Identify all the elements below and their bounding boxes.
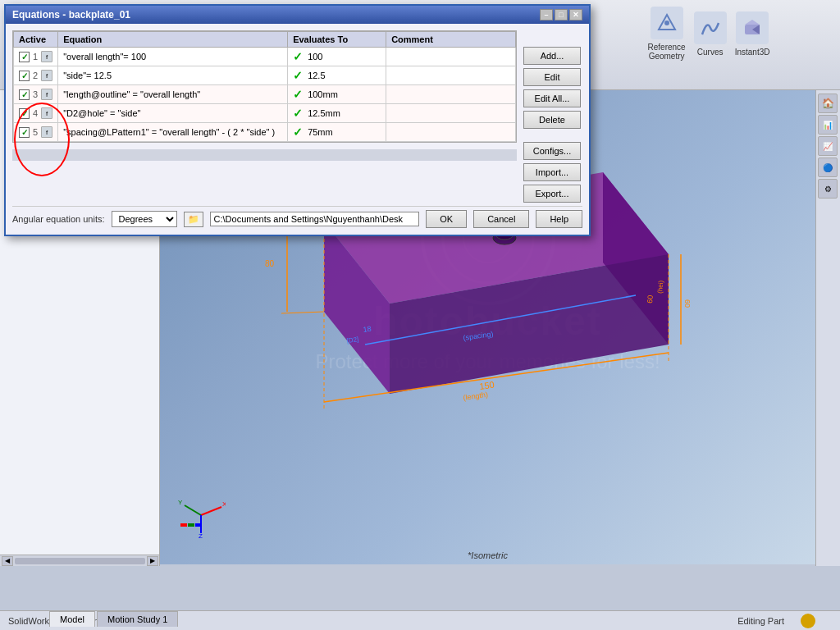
restore-button[interactable]: □ bbox=[555, 9, 568, 21]
eq-icon-2: f bbox=[41, 70, 52, 81]
col-evaluates-to: Evaluates To bbox=[288, 32, 386, 48]
checkbox-1[interactable]: ✓ bbox=[19, 52, 30, 62]
comment-cell-2 bbox=[386, 66, 516, 85]
dialog-content: Active Equation Evaluates To Comment bbox=[6, 24, 589, 235]
right-panel-icon-5[interactable]: ⚙ bbox=[818, 179, 838, 199]
row-num-1: 1 bbox=[33, 52, 38, 62]
dialog-right-buttons: Add... Edit Edit All... Delete Configs..… bbox=[517, 30, 582, 203]
angular-label: Angular equation units: bbox=[12, 214, 105, 224]
checkbox-2[interactable]: ✓ bbox=[19, 71, 30, 81]
checkbox-5[interactable]: ✓ bbox=[19, 127, 30, 138]
eq-icon-3: f bbox=[41, 89, 52, 100]
status-tabs: Model Motion Study 1 bbox=[49, 611, 178, 627]
edit-all-button[interactable]: Edit All... bbox=[523, 89, 581, 107]
cancel-button[interactable]: Cancel bbox=[473, 210, 529, 228]
eval-value-3: 100mm bbox=[308, 89, 338, 99]
comment-cell-4 bbox=[386, 104, 516, 123]
row-num-5: 5 bbox=[33, 127, 38, 137]
close-button[interactable]: ✕ bbox=[569, 9, 582, 21]
svg-text:60: 60 bbox=[683, 299, 692, 308]
minimize-button[interactable]: – bbox=[540, 9, 553, 21]
svg-text:(length): (length) bbox=[463, 390, 489, 402]
checkbox-3[interactable]: ✓ bbox=[19, 89, 30, 100]
table-row[interactable]: ✓ 4 f "D2@hole" = "side" bbox=[14, 104, 516, 123]
right-panel-icon-1[interactable]: 🏠 bbox=[818, 94, 838, 113]
file-path-input[interactable] bbox=[210, 212, 420, 226]
dialog-title: Equations - backplate_01 bbox=[12, 9, 130, 21]
tab-motion-study[interactable]: Motion Study 1 bbox=[97, 611, 178, 627]
dialog-bottom-bar: Angular equation units: Degrees Radians … bbox=[12, 206, 582, 228]
table-row[interactable]: ✓ 3 f "length@outline" = "overall length… bbox=[14, 85, 516, 104]
comment-cell-3 bbox=[386, 85, 516, 104]
svg-marker-3 bbox=[745, 20, 760, 25]
app-container: ↩ ↪ 🔧 📋 Reference Geometry Curv bbox=[0, 0, 840, 630]
svg-text:Y: Y bbox=[178, 499, 183, 506]
equation-cell-1: "overall length"= 100 bbox=[58, 48, 288, 66]
table-scrollbar[interactable] bbox=[12, 149, 517, 161]
instant3d-button[interactable]: Instant3D bbox=[735, 11, 770, 57]
scroll-right-btn[interactable]: ▶ bbox=[147, 556, 158, 566]
col-active: Active bbox=[14, 32, 58, 48]
svg-text:60: 60 bbox=[646, 294, 655, 304]
import-button[interactable]: Import... bbox=[523, 163, 581, 181]
export-button[interactable]: Export... bbox=[523, 185, 581, 203]
dialog-inner: Active Equation Evaluates To Comment bbox=[12, 30, 582, 203]
coordinate-axes: X Y Z bbox=[176, 491, 226, 540]
scroll-left-btn[interactable]: ◀ bbox=[2, 556, 13, 566]
svg-text:(hei): (hei) bbox=[656, 280, 664, 294]
right-panel-icon-3[interactable]: 📈 bbox=[818, 136, 838, 156]
eval-icon-2: ✓ bbox=[293, 69, 303, 82]
file-browse-button[interactable]: 📁 bbox=[184, 212, 203, 227]
tab-model[interactable]: Model bbox=[49, 611, 95, 627]
eval-cell-3: ✓ 100mm bbox=[288, 85, 386, 104]
ok-button[interactable]: OK bbox=[426, 210, 467, 228]
edit-button[interactable]: Edit bbox=[523, 68, 581, 86]
checkbox-4[interactable]: ✓ bbox=[19, 108, 30, 119]
eval-cell-4: ✓ 12.5mm bbox=[288, 104, 386, 123]
col-equation: Equation bbox=[58, 32, 288, 48]
table-row[interactable]: ✓ 2 f "side"= 12.5 ✓ bbox=[14, 66, 516, 85]
svg-text:18: 18 bbox=[363, 325, 372, 334]
row-num-4: 4 bbox=[33, 108, 38, 118]
svg-text:Z: Z bbox=[199, 532, 203, 540]
svg-rect-42 bbox=[180, 523, 187, 527]
svg-point-1 bbox=[664, 21, 669, 25]
eval-cell-5: ✓ 75mm bbox=[288, 123, 386, 142]
eval-value-4: 12.5mm bbox=[308, 108, 340, 118]
eval-icon-3: ✓ bbox=[293, 88, 303, 101]
help-button[interactable]: Help bbox=[536, 210, 582, 228]
equation-cell-4: "D2@hole" = "side" bbox=[58, 104, 288, 123]
equations-table-container: Active Equation Evaluates To Comment bbox=[12, 30, 517, 143]
row-num-3: 3 bbox=[33, 89, 38, 99]
right-side-panel: 🏠 📊 📈 🔵 ⚙ bbox=[815, 90, 840, 566]
eq-icon-4: f bbox=[41, 107, 52, 119]
add-button[interactable]: Add... bbox=[523, 47, 581, 65]
row-num-2: 2 bbox=[33, 71, 38, 80]
angular-units-select[interactable]: Degrees Radians bbox=[112, 211, 177, 227]
delete-button[interactable]: Delete bbox=[523, 111, 581, 129]
dialog-titlebar-buttons: – □ ✕ bbox=[540, 9, 582, 21]
curves-button[interactable]: Curves bbox=[694, 11, 727, 57]
right-panel-icon-2[interactable]: 📊 bbox=[818, 115, 838, 135]
status-bar: SolidWorks Professional 2011 Model Motio… bbox=[0, 610, 840, 630]
comment-cell-1 bbox=[386, 48, 516, 66]
svg-text:80: 80 bbox=[265, 259, 275, 268]
status-icon-gold bbox=[801, 614, 815, 628]
equations-table: Active Equation Evaluates To Comment bbox=[13, 31, 516, 142]
reference-geometry-label: Reference Geometry bbox=[648, 43, 686, 61]
eq-icon-1: f bbox=[41, 51, 52, 62]
eval-value-5: 75mm bbox=[308, 127, 333, 137]
col-comment: Comment bbox=[386, 32, 516, 48]
configs-button[interactable]: Configs... bbox=[523, 142, 581, 160]
equation-cell-2: "side"= 12.5 bbox=[58, 66, 288, 85]
comment-cell-5 bbox=[386, 123, 516, 142]
scroll-thumb[interactable] bbox=[15, 558, 145, 564]
equations-dialog: Equations - backplate_01 – □ ✕ bbox=[4, 4, 591, 236]
table-row[interactable]: ✓ 5 f "spacing@LPattern1" = "overall len… bbox=[14, 123, 516, 142]
right-panel-icon-4[interactable]: 🔵 bbox=[818, 158, 838, 177]
reference-geometry-button[interactable]: Reference Geometry bbox=[648, 7, 686, 61]
view-label: *Isometric bbox=[468, 550, 508, 560]
equation-cell-3: "length@outline" = "overall length" bbox=[58, 85, 288, 104]
table-row[interactable]: ✓ 1 f "overall length"= 100 bbox=[14, 48, 516, 66]
svg-rect-43 bbox=[188, 523, 194, 527]
